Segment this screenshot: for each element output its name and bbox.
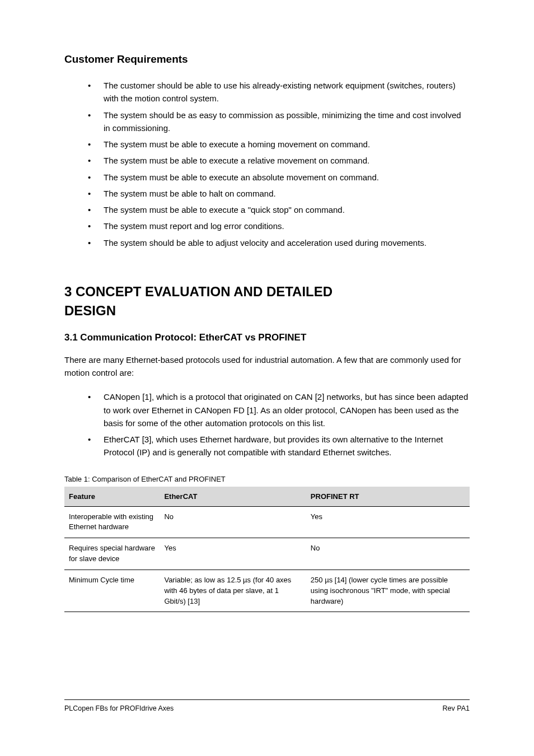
protocols-list: CANopen [1], which is a protocol that or… [64, 390, 470, 459]
table-cell: 250 µs [14] (lower cycle times are possi… [306, 570, 470, 612]
table-cell: Interoperable with existing Ethernet har… [64, 506, 160, 538]
subsection-heading: 3.1 Communication Protocol: EtherCAT vs … [64, 332, 470, 343]
table-row: Minimum Cycle time Variable; as low as 1… [64, 570, 470, 612]
table-cell: Requires special hardware for slave devi… [64, 538, 160, 570]
footer-divider [64, 699, 470, 700]
table-cell: Variable; as low as 12.5 µs (for 40 axes… [160, 570, 306, 612]
list-item: The system should be able to adjust velo… [88, 236, 470, 249]
page-footer: PLCopen FBs for PROFIdrive Axes Rev PA1 [64, 699, 470, 712]
list-item: The customer should be able to use his a… [88, 79, 470, 105]
table-cell: No [306, 538, 470, 570]
table-header-row: Feature EtherCAT PROFINET RT [64, 487, 470, 507]
footer-left: PLCopen FBs for PROFIdrive Axes [64, 704, 174, 712]
list-item: CANopen [1], which is a protocol that or… [88, 390, 470, 430]
section-heading-line2: DESIGN [64, 303, 470, 319]
table-cell: Yes [160, 538, 306, 570]
table-cell: Yes [306, 506, 470, 538]
footer-right: Rev PA1 [443, 704, 470, 712]
list-item: The system must be able to execute a rel… [88, 154, 470, 167]
requirements-list: The customer should be able to use his a… [64, 79, 470, 249]
table-cell: No [160, 506, 306, 538]
table-cell: Minimum Cycle time [64, 570, 160, 612]
list-item: The system should be as easy to commissi… [88, 109, 470, 135]
comparison-table: Feature EtherCAT PROFINET RT Interoperab… [64, 487, 470, 613]
section-heading-line1: 3 CONCEPT EVALUATION AND DETAILED [64, 284, 470, 300]
list-item: EtherCAT [3], which uses Ethernet hardwa… [88, 433, 470, 459]
table-header-profinet: PROFINET RT [306, 487, 470, 507]
table-row: Requires special hardware for slave devi… [64, 538, 470, 570]
table-header-feature: Feature [64, 487, 160, 507]
table-header-ethercat: EtherCAT [160, 487, 306, 507]
list-item: The system must be able to execute a hom… [88, 138, 470, 151]
requirements-heading: Customer Requirements [64, 53, 470, 66]
list-item: The system must be able to execute a "qu… [88, 203, 470, 216]
paragraph-intro: There are many Ethernet-based protocols … [64, 353, 470, 380]
list-item: The system must be able to execute an ab… [88, 171, 470, 184]
list-item: The system must report and log error con… [88, 220, 470, 232]
table-caption: Table 1: Comparison of EtherCAT and PROF… [64, 475, 470, 483]
list-item: The system must be able to halt on comma… [88, 187, 470, 200]
table-row: Interoperable with existing Ethernet har… [64, 506, 470, 538]
